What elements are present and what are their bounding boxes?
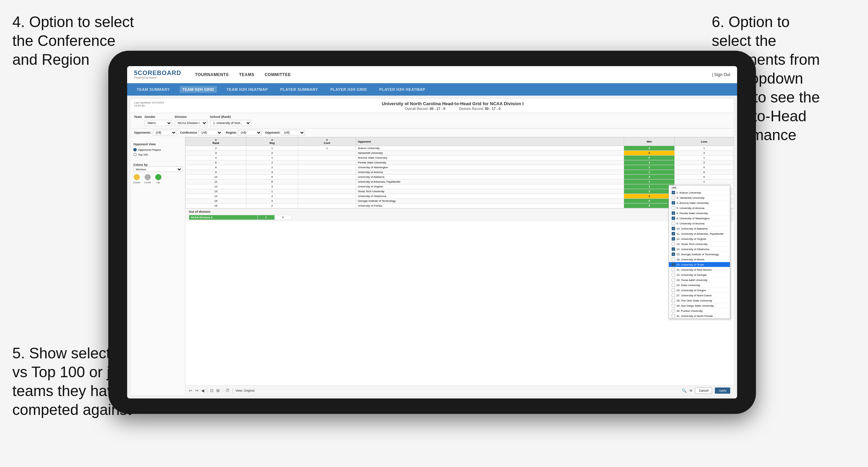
layout-icon[interactable]: ⊞: [216, 388, 220, 393]
dropdown-item-label: 3. Vanderbilt University: [676, 196, 705, 199]
dropdown-item-label: 21. University of New Mexico: [676, 268, 712, 271]
tablet: 5COREBOARD Powered by Aluest TOURNAMENTS…: [108, 51, 756, 414]
subnav-player-summary[interactable]: PLAYER SUMMARY: [278, 86, 321, 93]
opponent-select[interactable]: (All): [281, 130, 305, 135]
clock-icon[interactable]: ⏱: [225, 388, 230, 393]
gender-select[interactable]: Men's: [145, 120, 172, 126]
cancel-button[interactable]: Cancel: [695, 388, 712, 394]
subnav-team-h2h-heatmap[interactable]: TEAM H2H HEATMAP: [224, 86, 271, 93]
conference-select[interactable]: (All): [198, 130, 222, 135]
dropdown-item[interactable]: 31. University of North Florida: [669, 314, 730, 319]
cell-opponent: Arizona State University: [356, 156, 624, 160]
dropdown-item[interactable]: ✓15. Georgia Institute of Technology: [669, 252, 730, 257]
cell-win: 2: [624, 194, 675, 199]
redo-icon[interactable]: ↪: [195, 388, 198, 393]
back-icon[interactable]: ◀: [201, 388, 204, 393]
division-record: Division Record: 88 - 17 - 0: [459, 107, 500, 111]
dropdown-item[interactable]: ✓14. University of Oklahoma: [669, 247, 730, 252]
dropdown-item[interactable]: ✓6. Florida State University: [669, 211, 730, 216]
cell-reg: 1: [246, 189, 298, 194]
undo-icon[interactable]: ↩: [189, 388, 192, 393]
dropdown-item[interactable]: 20. University of Texas: [669, 262, 730, 267]
apply-button[interactable]: Apply: [715, 388, 730, 394]
division-select[interactable]: NCAA Division I: [175, 120, 207, 126]
nav-teams[interactable]: TEAMS: [239, 71, 255, 78]
subnav-player-h2h-heatmap[interactable]: PLAYER H2H HEATMAP: [377, 86, 428, 93]
dropdown-item[interactable]: 23. Texas A&M University: [669, 278, 730, 283]
cell-conf: [298, 165, 356, 170]
dropdown-item[interactable]: ✓11. University of Arkansas, Fayettevill…: [669, 231, 730, 236]
dropdown-item-label: 5. University of Arizona: [676, 207, 705, 210]
col-reg: #Reg: [246, 137, 298, 146]
region-select[interactable]: (All): [238, 130, 262, 135]
panel-school: School (Rank) 1. University of Nort...: [210, 115, 251, 126]
checkbox-icon: [672, 268, 675, 271]
report-header: Last Updated: 4/17/2024 16:55:38 Univers…: [131, 99, 734, 113]
cell-rank: 12: [186, 184, 246, 189]
dropdown-item[interactable]: ✓8. University of Washington: [669, 216, 730, 221]
dropdown-item[interactable]: ✓2. Auburn University: [669, 190, 730, 195]
dropdown-item[interactable]: 24. Duke University: [669, 283, 730, 288]
cell-rank: 13: [186, 189, 246, 194]
cell-loss: 4: [675, 151, 734, 156]
checkbox-icon: [672, 258, 675, 261]
nav-committee[interactable]: COMMITTEE: [265, 71, 291, 78]
dropdown-item-label: 12. University of Virginia: [676, 237, 706, 241]
dropdown-item[interactable]: 22. University of Georgia: [669, 272, 730, 278]
checkbox-icon: ✓: [672, 253, 675, 256]
opponents-select[interactable]: (All): [153, 130, 177, 135]
dropdown-item[interactable]: 21. University of New Mexico: [669, 267, 730, 272]
nav-tournaments[interactable]: TOURNAMENTS: [195, 71, 229, 78]
table-row: 10 5 University of Alabama 3 0: [186, 175, 734, 180]
cell-rank: 11: [186, 180, 246, 184]
dropdown-item[interactable]: ✓4. Arizona State University: [669, 200, 730, 206]
colour-by-select[interactable]: Win/loss: [133, 167, 182, 172]
dropdown-item-label: 8. University of Washington: [676, 217, 710, 220]
copy-icon[interactable]: ⊡: [210, 388, 213, 393]
subnav-team-h2h-grid[interactable]: TEAM H2H GRID: [180, 86, 217, 93]
dropdown-item[interactable]: 9. University of Arizona: [669, 221, 730, 226]
dropdown-item[interactable]: 25. University of Oregon: [669, 288, 730, 293]
dropdown-item[interactable]: ✓10. University of Alabama: [669, 226, 730, 231]
table-row: 9 3 University of Arizona 1 0: [186, 170, 734, 175]
dropdown-item[interactable]: 5. University of Arizona: [669, 206, 730, 211]
cell-opponent: University of Arizona: [356, 170, 624, 175]
dropdown-item[interactable]: 29. San Diego State University: [669, 303, 730, 308]
colour-down-circle: [134, 174, 140, 180]
dropdown-item[interactable]: ✓12. University of Virginia: [669, 236, 730, 242]
colour-by-section: Colour by Win/loss Down: [133, 163, 182, 184]
cell-reg: 2: [246, 160, 298, 165]
school-select[interactable]: 1. University of Nort...: [210, 120, 251, 126]
radio-opponents-played[interactable]: Opponents Played: [133, 148, 182, 151]
cell-conf: [298, 156, 356, 160]
table-row: 15 4 Georgia Institute of Technology 5 0: [186, 199, 734, 204]
cell-rank: 9: [186, 170, 246, 175]
dropdown-item[interactable]: (All): [669, 185, 730, 190]
report-title: University of North Carolina Head-to-Hea…: [175, 101, 730, 106]
opponent-dropdown[interactable]: (All)✓2. Auburn University3. Vanderbilt …: [669, 185, 730, 319]
radio-top100[interactable]: Top 100: [133, 153, 182, 156]
dropdown-item[interactable]: 30. Purdue University: [669, 308, 730, 314]
dropdown-item[interactable]: 3. Vanderbilt University: [669, 195, 730, 200]
table-row: 16 2 University of Florida 5 1: [186, 204, 734, 208]
checkbox-icon: [672, 273, 675, 276]
checkbox-icon: [672, 196, 675, 199]
table-row: 13 1 Texas Tech University 3 0: [186, 189, 734, 194]
checkbox-icon: ✓: [672, 232, 675, 235]
ood-win: 1: [258, 215, 275, 220]
nav-signout[interactable]: | Sign Out: [712, 72, 730, 77]
subnav-player-h2h-grid[interactable]: PLAYER H2H GRID: [328, 86, 370, 93]
dropdown-item[interactable]: 18. University of Illinois: [669, 257, 730, 262]
dropdown-item[interactable]: 27. University of Notre Dame: [669, 293, 730, 298]
dropdown-item-label: 2. Auburn University: [676, 191, 701, 194]
subnav-team-summary[interactable]: TEAM SUMMARY: [134, 86, 173, 93]
dropdown-item[interactable]: 13. Texas Tech University: [669, 242, 730, 247]
cell-win: 5: [624, 199, 675, 204]
cell-win: 3: [624, 189, 675, 194]
ood-row: NCAA Division II 1 0: [189, 215, 292, 220]
cell-rank: 16: [186, 204, 246, 208]
checkbox-icon: [672, 283, 675, 287]
checkbox-icon: [672, 288, 675, 292]
dropdown-item[interactable]: 28. The Ohio State University: [669, 298, 730, 303]
cell-rank: 15: [186, 199, 246, 204]
